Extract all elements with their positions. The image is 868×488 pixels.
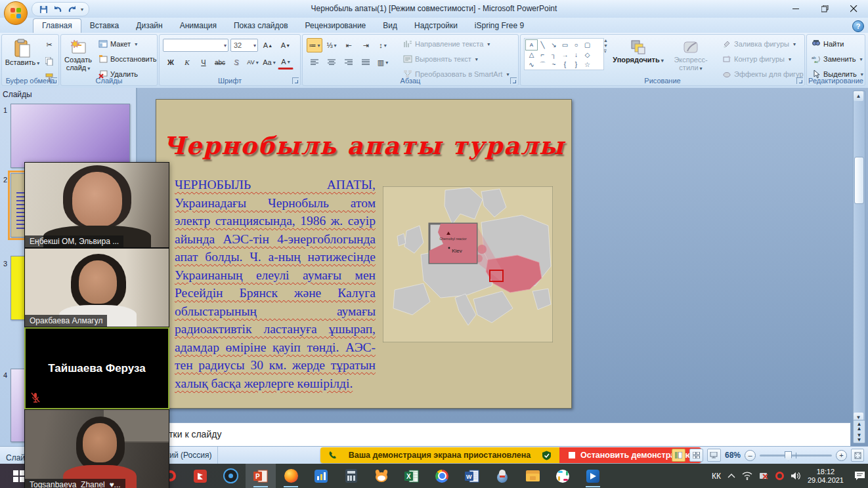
shape-fill-button[interactable]: Заливка фигуры	[720, 37, 812, 51]
zoom-out-button[interactable]: –	[745, 450, 756, 461]
next-slide-button[interactable]: ▼▼	[857, 433, 862, 442]
justify-button[interactable]	[358, 55, 374, 70]
participant-video-3[interactable]: Тайшаева Феруза	[24, 327, 169, 409]
normal-view-button[interactable]	[672, 449, 685, 462]
tab-view[interactable]: Вид	[374, 19, 406, 33]
slide-map-image[interactable]: Chernobyl reactor Kiev	[383, 186, 553, 342]
taskbar-excel[interactable]: X	[397, 464, 427, 488]
network-error-icon[interactable]	[759, 472, 769, 480]
slide-canvas[interactable]: Чернобыль апаты туралы ЧЕРНОБЫЛЬ АПАТЫ, …	[156, 99, 572, 409]
tab-animation[interactable]: Анимация	[171, 19, 225, 33]
taskbar-ispring[interactable]	[306, 464, 336, 488]
slide-body-text[interactable]: ЧЕРНОБЫЛЬ АПАТЫ, Украинадағы Чернобыль а…	[175, 176, 376, 392]
close-button[interactable]	[839, 0, 868, 18]
drawing-dialog-launcher[interactable]	[796, 77, 803, 84]
italic-button[interactable]: К	[179, 55, 195, 70]
slide-nav-buttons[interactable]: ▲▲ ▼▼	[853, 420, 865, 443]
zoom-slider[interactable]	[760, 455, 832, 457]
volume-icon[interactable]	[791, 472, 801, 480]
font-name-combo[interactable]: ▾	[163, 39, 228, 52]
tab-home[interactable]: Главная	[33, 18, 81, 33]
tab-insert[interactable]: Вставка	[81, 19, 128, 33]
scroll-up-button[interactable]: ▲	[854, 91, 863, 101]
text-direction-button[interactable]: Направление текста	[401, 37, 511, 51]
layout-button[interactable]: Макет	[97, 37, 158, 51]
align-left-button[interactable]	[307, 55, 322, 70]
taskbar-scratch[interactable]	[366, 464, 397, 488]
paste-button[interactable]: Вставить	[3, 36, 41, 68]
grow-font-button[interactable]: А▲	[260, 38, 276, 52]
shape-star[interactable]: ☆	[581, 59, 594, 70]
decrease-indent-button[interactable]: ⇤	[341, 38, 357, 52]
keyboard-layout[interactable]: КК	[712, 472, 721, 481]
new-slide-button[interactable]: Создать слайд	[61, 36, 95, 73]
arrange-button[interactable]: Упорядочить	[614, 36, 662, 65]
participant-video-4[interactable]: Toqsanbaeva_Zhanel_♥...	[24, 409, 169, 488]
zoom-video-overlay[interactable]: Еңбекші ОМ, Эльвира ... Оракбаева Алмагу…	[24, 162, 169, 488]
slide-thumbnail-1[interactable]	[11, 104, 130, 168]
help-button[interactable]: ?	[852, 20, 864, 32]
editor-scrollbar[interactable]: ▲ ▼	[853, 91, 865, 423]
fit-to-window-button[interactable]	[851, 449, 864, 462]
align-right-button[interactable]	[341, 55, 357, 70]
cut-button[interactable]: ✂	[41, 37, 57, 52]
align-text-button[interactable]: Выровнять текст	[401, 52, 511, 66]
quick-styles-button[interactable]: Экспресс-стили	[664, 36, 718, 73]
font-color-button[interactable]: А	[278, 56, 293, 70]
tray-expand-icon[interactable]	[727, 474, 735, 479]
font-dialog-launcher[interactable]	[292, 77, 299, 84]
shapes-gallery[interactable]: A ╲ ↘ ▭ ○ ▢ △ ⌐ ┐ → ↓ ◇ ∿ ⌒ ~ { } ☆	[524, 38, 604, 70]
increase-indent-button[interactable]: ⇥	[358, 38, 374, 52]
font-size-combo[interactable]: 32▾	[230, 39, 258, 52]
change-case-button[interactable]: Aa	[261, 55, 277, 70]
replace-button[interactable]: abac Заменить	[810, 52, 865, 66]
shape-outline-button[interactable]: Контур фигуры	[720, 52, 812, 66]
clipboard-dialog-launcher[interactable]	[51, 77, 57, 84]
taskbar-powerpoint[interactable]: P	[246, 464, 276, 488]
underline-button[interactable]: Ч	[196, 55, 211, 70]
zoom-in-button[interactable]: +	[836, 450, 847, 461]
reset-button[interactable]: Восстановить	[97, 52, 158, 66]
text-shadow-button[interactable]: S	[228, 55, 244, 70]
slide-title[interactable]: Чернобыль апаты туралы	[156, 131, 571, 160]
taskbar-word[interactable]: W	[457, 464, 487, 488]
wifi-icon[interactable]	[742, 472, 752, 480]
bullets-button[interactable]: ≔	[307, 38, 322, 52]
line-spacing-button[interactable]: ↕	[375, 38, 391, 52]
zoom-percent[interactable]: 68%	[725, 451, 741, 460]
zoom-slider-thumb[interactable]	[785, 451, 792, 461]
taskbar-file-explorer[interactable]	[517, 464, 548, 488]
minimize-button[interactable]	[781, 0, 810, 18]
align-center-button[interactable]	[324, 55, 339, 70]
tab-ispring[interactable]: iSpring Free 9	[466, 19, 532, 33]
scroll-thumb[interactable]	[854, 157, 864, 204]
taskbar-screen-record[interactable]	[215, 464, 246, 488]
previous-slide-button[interactable]: ▲▲	[857, 422, 862, 431]
taskbar-slack[interactable]	[548, 464, 578, 488]
restore-button[interactable]	[810, 0, 839, 18]
copy-button[interactable]	[41, 54, 57, 68]
office-button[interactable]	[4, 1, 28, 25]
taskbar-calculator[interactable]	[336, 464, 366, 488]
columns-button[interactable]: ▥	[375, 55, 391, 70]
tab-slideshow[interactable]: Показ слайдов	[225, 19, 297, 33]
slides-panel-tab[interactable]: Слайды	[3, 90, 133, 99]
slideshow-view-button[interactable]	[707, 449, 721, 462]
taskbar-bandicam[interactable]	[185, 464, 215, 488]
paragraph-dialog-launcher[interactable]	[510, 77, 517, 84]
shrink-font-button[interactable]: А▼	[278, 38, 293, 52]
shapes-scroll[interactable]: ▲▼⊽	[603, 38, 608, 54]
notes-panel[interactable]: Заметки к слайду	[140, 422, 851, 447]
taskbar-chrome[interactable]	[427, 464, 457, 488]
action-center-icon[interactable]	[854, 471, 865, 481]
participant-video-1[interactable]: Еңбекші ОМ, Эльвира ...	[24, 162, 169, 248]
bold-button[interactable]: Ж	[163, 55, 179, 70]
slide-sorter-button[interactable]	[689, 449, 703, 462]
taskbar-mascot-app[interactable]	[487, 464, 517, 488]
taskbar-movies-tv[interactable]	[578, 464, 608, 488]
taskbar-firefox[interactable]	[276, 464, 306, 488]
strikethrough-button[interactable]: abc	[212, 55, 228, 70]
character-spacing-button[interactable]: AV	[245, 55, 261, 70]
participant-video-2[interactable]: Оракбаева Алмагул	[24, 248, 169, 327]
opera-tray-icon[interactable]	[775, 472, 784, 480]
